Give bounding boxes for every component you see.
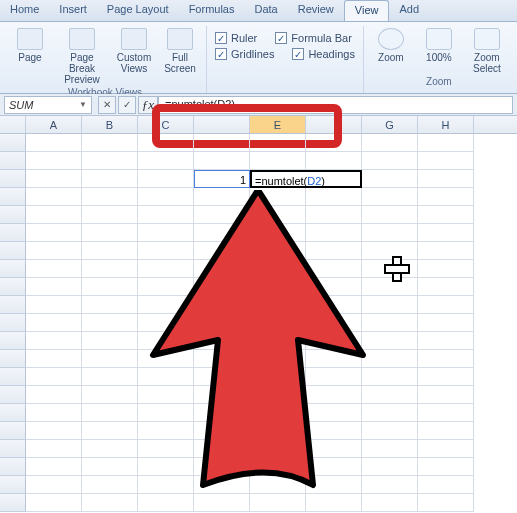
cell[interactable] — [306, 152, 362, 170]
cell[interactable] — [250, 494, 306, 512]
cell[interactable] — [138, 386, 194, 404]
row-header[interactable] — [0, 350, 26, 368]
cell[interactable] — [250, 422, 306, 440]
tab-review[interactable]: Review — [288, 0, 344, 21]
cell[interactable] — [306, 332, 362, 350]
cell[interactable] — [362, 440, 418, 458]
tab-formulas[interactable]: Formulas — [179, 0, 245, 21]
cell[interactable] — [82, 152, 138, 170]
cell[interactable] — [194, 386, 250, 404]
row-header[interactable] — [0, 494, 26, 512]
cell[interactable] — [138, 422, 194, 440]
cell[interactable] — [306, 368, 362, 386]
cell[interactable] — [26, 152, 82, 170]
cell[interactable] — [418, 134, 474, 152]
cell[interactable] — [82, 134, 138, 152]
cell[interactable] — [26, 332, 82, 350]
cell[interactable] — [362, 368, 418, 386]
cell[interactable] — [306, 278, 362, 296]
tab-page-layout[interactable]: Page Layout — [97, 0, 179, 21]
ruler-checkbox[interactable]: ✓Ruler — [215, 32, 257, 44]
cell[interactable] — [306, 224, 362, 242]
cell[interactable] — [26, 494, 82, 512]
cell[interactable] — [138, 314, 194, 332]
cell[interactable] — [82, 458, 138, 476]
page-break-preview-button[interactable]: Page Break Preview — [56, 28, 108, 85]
cell[interactable] — [82, 422, 138, 440]
cell[interactable] — [362, 152, 418, 170]
name-box[interactable]: SUM ▼ — [4, 96, 92, 114]
cell[interactable] — [362, 278, 418, 296]
col-header-b[interactable]: B — [82, 116, 138, 133]
cell[interactable] — [26, 206, 82, 224]
cell[interactable] — [418, 368, 474, 386]
cell[interactable] — [306, 476, 362, 494]
cancel-formula-button[interactable]: ✕ — [98, 96, 116, 114]
cell[interactable] — [306, 134, 362, 152]
cell[interactable] — [362, 134, 418, 152]
cell[interactable] — [194, 152, 250, 170]
cell[interactable] — [82, 314, 138, 332]
col-header-a[interactable]: A — [26, 116, 82, 133]
tab-insert[interactable]: Insert — [49, 0, 97, 21]
cell[interactable] — [418, 188, 474, 206]
cell[interactable] — [418, 332, 474, 350]
cell[interactable] — [82, 206, 138, 224]
cell[interactable] — [26, 242, 82, 260]
cell[interactable] — [26, 386, 82, 404]
row-header[interactable] — [0, 206, 26, 224]
cell[interactable] — [250, 440, 306, 458]
cell[interactable] — [250, 386, 306, 404]
cell[interactable] — [418, 242, 474, 260]
tab-data[interactable]: Data — [244, 0, 287, 21]
cell[interactable] — [418, 206, 474, 224]
cell[interactable] — [138, 296, 194, 314]
cell[interactable] — [306, 440, 362, 458]
cell[interactable] — [418, 260, 474, 278]
cell[interactable] — [418, 494, 474, 512]
row-header[interactable] — [0, 188, 26, 206]
col-header-c[interactable]: C — [138, 116, 194, 133]
cell[interactable] — [194, 206, 250, 224]
cell[interactable] — [362, 386, 418, 404]
cell[interactable] — [82, 296, 138, 314]
cell[interactable] — [250, 476, 306, 494]
cell[interactable] — [82, 494, 138, 512]
cell[interactable] — [138, 206, 194, 224]
cell[interactable] — [138, 404, 194, 422]
cell[interactable] — [306, 296, 362, 314]
page-layout-button[interactable]: Page — [10, 28, 50, 63]
cell[interactable] — [194, 332, 250, 350]
cell[interactable] — [138, 152, 194, 170]
cell[interactable] — [362, 188, 418, 206]
col-header-d[interactable] — [194, 116, 250, 133]
row-header[interactable] — [0, 458, 26, 476]
cell[interactable] — [138, 242, 194, 260]
cell[interactable] — [362, 494, 418, 512]
cell[interactable] — [418, 440, 474, 458]
cell[interactable] — [418, 350, 474, 368]
cell[interactable] — [194, 314, 250, 332]
cell[interactable] — [138, 494, 194, 512]
col-header-h[interactable]: H — [418, 116, 474, 133]
cell[interactable] — [138, 134, 194, 152]
cell[interactable] — [82, 170, 138, 188]
cell[interactable] — [418, 458, 474, 476]
cell[interactable] — [138, 224, 194, 242]
cell[interactable] — [306, 350, 362, 368]
cell[interactable] — [26, 422, 82, 440]
cell[interactable] — [26, 224, 82, 242]
row-header[interactable] — [0, 386, 26, 404]
cell[interactable] — [138, 188, 194, 206]
cell-d2[interactable]: 1 — [194, 170, 250, 188]
cell[interactable] — [250, 134, 306, 152]
cell[interactable] — [306, 188, 362, 206]
row-header[interactable] — [0, 278, 26, 296]
cell[interactable] — [306, 242, 362, 260]
cell[interactable] — [138, 278, 194, 296]
row-header[interactable] — [0, 242, 26, 260]
cell[interactable] — [250, 260, 306, 278]
cell[interactable] — [250, 368, 306, 386]
cell[interactable] — [250, 350, 306, 368]
tab-addins[interactable]: Add — [389, 0, 429, 21]
